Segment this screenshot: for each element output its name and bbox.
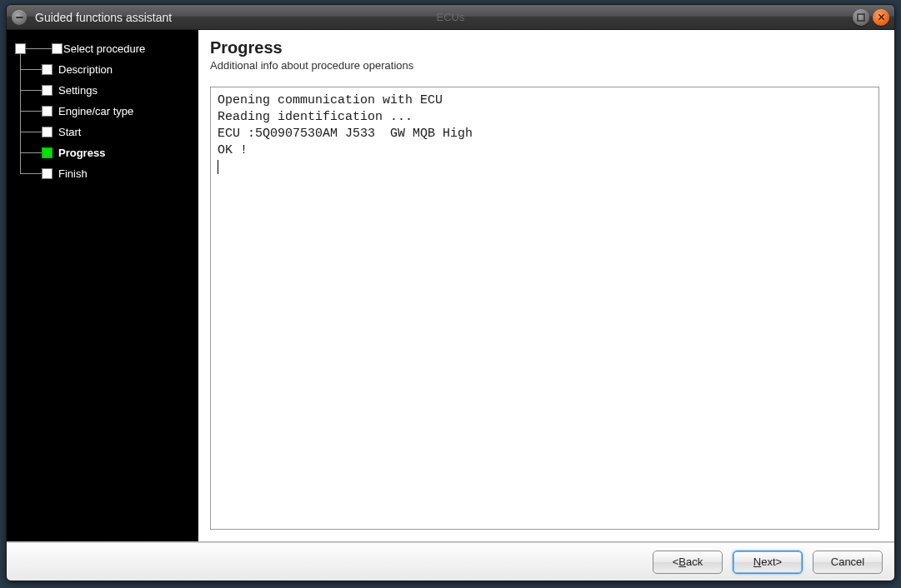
svg-rect-0	[858, 14, 864, 21]
main-panel: Progress Additional info about procedure…	[198, 30, 894, 541]
cancel-button[interactable]: Cancel	[813, 551, 883, 574]
background-window-title: ECUs	[437, 11, 465, 23]
maximize-button[interactable]	[853, 9, 869, 26]
step-item-start[interactable]: Start	[15, 122, 192, 142]
tree-node-area	[15, 59, 58, 80]
close-icon	[878, 13, 885, 21]
next-rest: ext	[761, 556, 775, 568]
window-title: Guided functions assistant	[35, 11, 172, 24]
tree-node-area	[15, 142, 58, 163]
wizard-body: Select procedureDescriptionSettingsEngin…	[7, 30, 894, 542]
wizard-footer: < Back Next > Cancel	[7, 542, 894, 581]
next-mnemonic: N	[753, 556, 761, 568]
step-node-box	[42, 85, 53, 96]
step-item-description[interactable]: Description	[15, 59, 192, 80]
cancel-label: Cancel	[831, 556, 864, 568]
step-label: Start	[58, 126, 81, 138]
back-prefix: <	[673, 556, 679, 568]
step-node-box	[42, 127, 53, 137]
step-label: Engine/car type	[58, 105, 133, 117]
app-menu-icon[interactable]	[12, 10, 27, 25]
step-label: Select procedure	[63, 42, 145, 55]
page-subtitle: Additional info about procedure operatio…	[210, 59, 879, 72]
step-node-box	[42, 168, 53, 179]
tree-node-area	[15, 38, 63, 59]
step-item-finish[interactable]: Finish	[15, 163, 192, 184]
step-label: Settings	[58, 84, 98, 97]
back-button[interactable]: < Back	[653, 551, 723, 574]
step-label: Progress	[58, 147, 105, 159]
step-item-engine-car-type[interactable]: Engine/car type	[15, 101, 192, 122]
step-item-select-procedure[interactable]: Select procedure	[15, 38, 192, 59]
titlebar[interactable]: Guided functions assistant ECUs	[7, 5, 894, 30]
steps-sidebar: Select procedureDescriptionSettingsEngin…	[7, 30, 198, 541]
next-suffix: >	[776, 556, 783, 568]
step-item-progress[interactable]: Progress	[15, 142, 192, 163]
assistant-window: Guided functions assistant ECUs Select p…	[6, 4, 895, 581]
text-caret	[218, 160, 218, 174]
progress-log[interactable]: Opening communication with ECU Reading i…	[210, 87, 879, 530]
window-controls	[853, 9, 889, 26]
step-label: Finish	[58, 167, 88, 180]
tree-node-area	[15, 101, 58, 122]
close-button[interactable]	[873, 9, 889, 26]
step-node-box	[42, 106, 53, 117]
step-node-box	[52, 43, 63, 54]
step-node-box	[42, 147, 53, 158]
next-button[interactable]: Next >	[733, 551, 803, 574]
step-node-box	[42, 64, 53, 75]
log-text: Opening communication with ECU Reading i…	[218, 93, 473, 157]
tree-node-area	[15, 163, 58, 184]
page-title: Progress	[210, 38, 879, 57]
back-mnemonic: B	[678, 556, 686, 568]
tree-node-area	[15, 80, 58, 101]
step-label: Description	[58, 63, 113, 76]
maximize-icon	[857, 13, 865, 22]
step-item-settings[interactable]: Settings	[15, 80, 192, 101]
tree-root-box	[15, 43, 26, 54]
tree-node-area	[15, 122, 58, 142]
back-rest: ack	[686, 556, 703, 568]
